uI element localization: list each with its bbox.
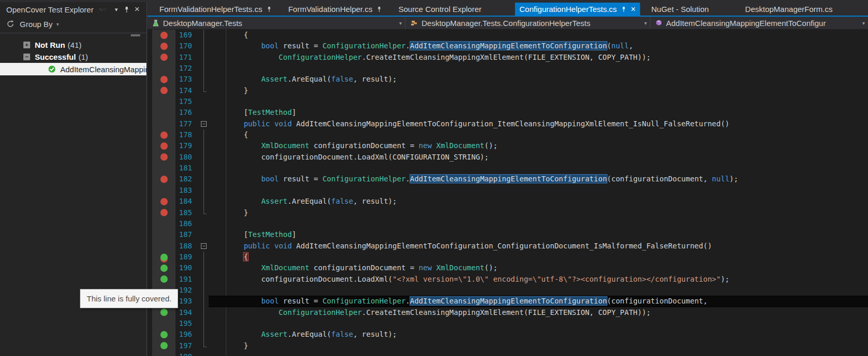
tab-label: ConfigurationHelperTests.cs (520, 5, 617, 14)
pin-icon[interactable] (121, 4, 132, 15)
coverage-indicator-uncovered[interactable] (160, 209, 168, 216)
close-icon[interactable]: × (132, 4, 142, 15)
code-line-196[interactable]: 196 Assert.AreEqual(false, result); (147, 329, 868, 340)
code-line-182[interactable]: 182 bool result = ConfigurationHelper.Ad… (147, 174, 868, 184)
tab-nuget-solution[interactable]: NuGet - Solution (646, 3, 713, 16)
code-line-169[interactable]: 169 { (147, 30, 868, 41)
coverage-margin (152, 74, 175, 85)
refresh-icon[interactable] (6, 20, 15, 28)
code-line-192[interactable]: 192 (147, 285, 868, 296)
coverage-margin (152, 207, 175, 218)
editor-left-gap (147, 30, 152, 41)
code-line-183[interactable]: 183 (147, 185, 868, 196)
code-line-178[interactable]: 178 { (147, 129, 868, 140)
coverage-indicator-covered[interactable] (160, 331, 168, 338)
coverage-indicator-uncovered[interactable] (160, 176, 168, 183)
code-line-171[interactable]: 171 ConfigurationHelper.CreateItemCleans… (147, 52, 868, 63)
code-line-198[interactable]: 198 (147, 351, 868, 356)
coverage-indicator-uncovered[interactable] (160, 198, 168, 205)
tab-configurationhelpertests-cs[interactable]: ConfigurationHelperTests.cs× (515, 3, 641, 16)
coverage-indicator-covered[interactable] (160, 275, 168, 283)
outlining-margin (199, 207, 209, 218)
code-line-185[interactable]: 185 } (147, 207, 868, 218)
code-line-179[interactable]: 179 XmlDocument configurationDocument = … (147, 140, 868, 151)
collapse-region-icon[interactable]: − (201, 121, 207, 127)
pin-icon[interactable] (267, 6, 272, 12)
code-line-194[interactable]: 194 ConfigurationHelper.CreateItemCleans… (147, 307, 868, 318)
code-line-189[interactable]: 189 { (147, 252, 868, 262)
code-text: Assert.AreEqual(false, result); (209, 329, 868, 340)
coverage-indicator-covered[interactable] (160, 342, 168, 349)
editor-left-gap (147, 274, 152, 285)
tree-item-selected-test[interactable]: AddItemCleansingMapping (0, 63, 146, 75)
coverage-indicator-uncovered[interactable] (160, 87, 168, 94)
editor-left-gap (147, 351, 152, 356)
tree-group-not-run[interactable]: + Not Run (41) (0, 39, 146, 51)
line-number: 186 (175, 218, 199, 229)
coverage-indicator-uncovered[interactable] (160, 54, 168, 61)
expand-icon[interactable]: + (23, 42, 30, 48)
tree-group-successful[interactable]: − Successful (1) (0, 51, 146, 63)
coverage-indicator-covered[interactable] (160, 254, 168, 261)
window-position-menu-icon[interactable]: ▾ (111, 4, 121, 15)
code-line-175[interactable]: 175 (147, 96, 868, 107)
outlining-margin (199, 63, 209, 74)
line-number: 190 (175, 262, 199, 273)
coverage-indicator-uncovered[interactable] (160, 76, 168, 83)
code-line-170[interactable]: 170 bool result = ConfigurationHelper.Ad… (147, 41, 868, 51)
outlining-margin (199, 85, 209, 96)
nav-dropdown-class[interactable]: DesktopManager.Tests.ConfigurationHelper… (405, 17, 650, 29)
collapse-region-icon[interactable]: − (201, 243, 207, 249)
coverage-indicator-covered[interactable] (160, 265, 168, 272)
code-line-184[interactable]: 184 Assert.AreEqual(false, result); (147, 196, 868, 207)
coverage-indicator-uncovered[interactable] (160, 131, 168, 139)
coverage-margin (152, 107, 175, 118)
group-by-button[interactable]: Group By ▾ (20, 20, 59, 29)
editor-left-gap (147, 152, 152, 163)
code-line-195[interactable]: 195 (147, 318, 868, 329)
coverage-indicator-uncovered[interactable] (160, 153, 168, 161)
tab-desktopmanagerform-cs[interactable]: DesktopManagerForm.cs (740, 3, 837, 16)
editor-left-gap (147, 52, 152, 63)
coverage-indicator-uncovered[interactable] (160, 43, 168, 50)
code-line-177[interactable]: 177− public void AddItemCleansingMapping… (147, 118, 868, 129)
coverage-indicator-uncovered[interactable] (160, 142, 168, 150)
editor-left-gap (147, 74, 152, 85)
code-line-193[interactable]: 193 bool result = ConfigurationHelper.Ad… (147, 296, 868, 307)
line-number: 170 (175, 41, 199, 51)
tab-formvalidationhelpertests-cs[interactable]: FormValidationHelperTests.cs (155, 3, 276, 16)
code-line-174[interactable]: 174 } (147, 85, 868, 96)
code-text (209, 285, 868, 296)
code-line-173[interactable]: 173 Assert.AreEqual(false, result); (147, 74, 868, 85)
code-line-181[interactable]: 181 (147, 163, 868, 174)
outlining-margin (199, 229, 209, 240)
coverage-indicator-covered[interactable] (160, 309, 168, 316)
line-number: 187 (175, 229, 199, 240)
outlining-margin (199, 30, 209, 41)
code-line-190[interactable]: 190 XmlDocument configurationDocument = … (147, 262, 868, 273)
tab-formvalidationhelper-cs[interactable]: FormValidationHelper.cs (283, 3, 386, 16)
tab-label: FormValidationHelperTests.cs (159, 5, 262, 14)
nav-dropdown-method[interactable]: AddItemCleansingMappingElementToConfigur… (650, 17, 868, 29)
code-line-197[interactable]: 197 } (147, 340, 868, 351)
pin-icon[interactable] (621, 6, 626, 12)
outlining-margin (199, 96, 209, 107)
tree-scrollbar-thumb[interactable] (131, 34, 140, 36)
code-line-186[interactable]: 186 (147, 218, 868, 229)
code-line-176[interactable]: 176 [TestMethod] (147, 107, 868, 118)
pin-icon[interactable] (377, 6, 382, 12)
test-passed-icon (48, 65, 56, 73)
code-line-188[interactable]: 188− public void AddItemCleansingMapping… (147, 241, 868, 252)
coverage-indicator-uncovered[interactable] (160, 32, 168, 39)
nav-dropdown-test-project[interactable]: DesktopManager.Tests▾ (147, 17, 405, 29)
code-text: bool result = ConfigurationHelper.AddIte… (209, 296, 868, 307)
tree-scrollbar[interactable] (0, 33, 146, 37)
code-line-187[interactable]: 187 [TestMethod] (147, 229, 868, 240)
code-line-172[interactable]: 172 (147, 63, 868, 74)
code-line-191[interactable]: 191 configurationDocument.LoadXml("<?xml… (147, 274, 868, 285)
code-line-180[interactable]: 180 configurationDocument.LoadXml(CONFIG… (147, 152, 868, 163)
collapse-icon[interactable]: − (23, 54, 30, 60)
tab-source-control-explorer[interactable]: Source Control Explorer (394, 3, 486, 16)
close-tab-icon[interactable]: × (631, 6, 635, 13)
code-editor[interactable]: 169 {170 bool result = ConfigurationHelp… (147, 29, 868, 356)
